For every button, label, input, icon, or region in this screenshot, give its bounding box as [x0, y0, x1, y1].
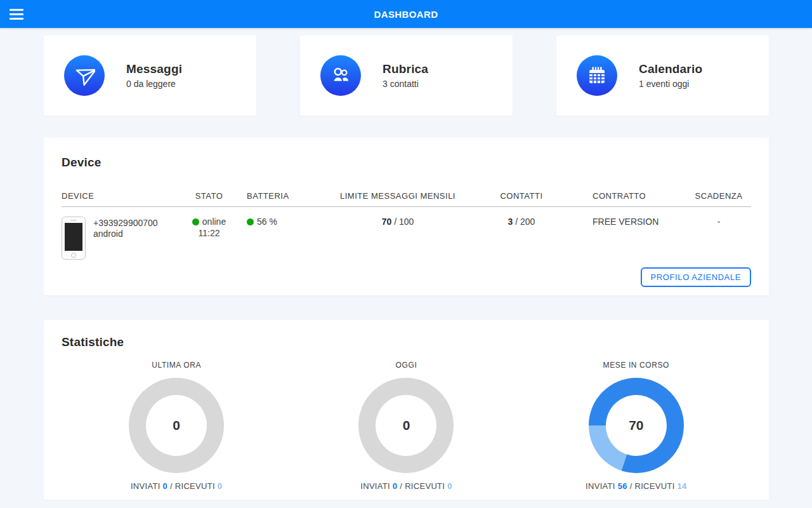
received-value: 0 [447, 481, 452, 491]
card-text: Rubrica 3 contatti [383, 62, 428, 89]
separator: / [400, 481, 402, 491]
card-subtitle: 1 eventi oggi [639, 79, 702, 89]
device-table-header: DEVICE STATO BATTERIA LIMITE MESSAGGI ME… [62, 191, 751, 207]
status-cell: online 11:22 [179, 217, 239, 238]
column-header-stato: STATO [179, 191, 239, 201]
device-panel-title: Device [62, 156, 751, 170]
card-title: Calendario [639, 62, 702, 76]
column-header-scadenza: SCADENZA [686, 191, 751, 201]
sent-value: 56 [618, 481, 627, 491]
stat-column-mese-in-corso: MESE IN CORSO 70 INVIATI 56 / RICEVUTI 1… [521, 361, 751, 491]
contract-cell: FREE VERSION [585, 217, 686, 227]
column-header-contratto: CONTRATTO [585, 191, 686, 201]
paper-plane-icon [64, 55, 105, 96]
card-text: Calendario 1 eventi oggi [639, 62, 702, 89]
card-title: Messaggi [126, 62, 182, 76]
chart-title: ULTIMA ORA [152, 361, 201, 370]
messages-limit: / 100 [394, 217, 414, 227]
expiry-cell: - [686, 217, 751, 227]
column-header-limite: LIMITE MESSAGGI MENSILI [337, 191, 458, 201]
donut-total: 70 [629, 418, 643, 433]
battery-value: 56 % [257, 217, 277, 227]
device-phone-number: +393929900700 [93, 218, 158, 229]
contacts-limit: / 200 [515, 217, 535, 227]
sent-label: INVIATI [131, 481, 160, 491]
message-limit-cell: 70 / 100 [337, 217, 458, 227]
column-header-device: DEVICE [62, 191, 179, 201]
device-identity: +393929900700 android [93, 217, 158, 239]
page-title: DASHBOARD [374, 9, 438, 20]
sent-value: 0 [393, 481, 398, 491]
contacts-cell: 3 / 200 [458, 217, 585, 227]
donut-chart-oggi: 0 [358, 378, 454, 473]
sent-label: INVIATI [360, 481, 390, 491]
status-time: 11:22 [179, 228, 239, 238]
device-cell: +393929900700 android [62, 217, 179, 260]
card-title: Rubrica [383, 62, 428, 76]
battery-status-dot [247, 218, 254, 225]
top-app-bar: DASHBOARD [0, 0, 812, 28]
contacts-used: 3 [508, 217, 513, 227]
statistics-panel-title: Statistiche [62, 335, 751, 349]
card-rubrica[interactable]: Rubrica 3 contatti [300, 36, 513, 116]
chart-title: OGGI [396, 361, 417, 370]
donut-total: 0 [403, 418, 410, 433]
received-value: 0 [218, 481, 223, 491]
chart-legend: INVIATI 0 / RICEVUTI 0 [131, 481, 222, 491]
battery-cell: 56 % [239, 217, 337, 227]
online-status-dot [192, 218, 199, 225]
received-label: RICEVUTI [175, 481, 215, 491]
device-actions: PROFILO AZIENDALE [62, 267, 751, 287]
column-header-batteria: BATTERIA [239, 191, 337, 201]
card-messaggi[interactable]: Messaggi 0 da leggere [44, 36, 256, 116]
statistics-charts: ULTIMA ORA 0 INVIATI 0 / RICEVUTI 0 OGGI… [62, 361, 751, 491]
received-value: 14 [678, 481, 687, 491]
stat-column-oggi: OGGI 0 INVIATI 0 / RICEVUTI 0 [291, 361, 521, 491]
card-subtitle: 3 contatti [383, 79, 428, 89]
status-text: online [202, 217, 226, 227]
contacts-icon [320, 55, 361, 96]
chart-title: MESE IN CORSO [603, 361, 669, 370]
device-platform: android [93, 229, 158, 239]
device-table-row: +393929900700 android online 11:22 56 % … [62, 207, 751, 260]
column-header-contatti: CONTATTI [458, 191, 585, 201]
donut-total: 0 [173, 418, 180, 433]
chart-legend: INVIATI 0 / RICEVUTI 0 [360, 481, 452, 491]
separator: / [630, 481, 632, 491]
menu-icon[interactable] [6, 5, 27, 23]
separator: / [170, 481, 173, 491]
card-text: Messaggi 0 da leggere [126, 62, 182, 89]
card-calendario[interactable]: Calendario 1 eventi oggi [556, 36, 769, 116]
device-panel: Device DEVICE STATO BATTERIA LIMITE MESS… [44, 138, 769, 295]
stat-column-ultima-ora: ULTIMA ORA 0 INVIATI 0 / RICEVUTI 0 [62, 361, 291, 491]
chart-legend: INVIATI 56 / RICEVUTI 14 [586, 481, 686, 491]
sent-value: 0 [163, 481, 168, 491]
donut-chart-ultima-ora: 0 [129, 378, 224, 473]
statistics-panel: Statistiche ULTIMA ORA 0 INVIATI 0 / RIC… [44, 320, 769, 500]
company-profile-button[interactable]: PROFILO AZIENDALE [641, 267, 751, 287]
summary-cards: Messaggi 0 da leggere Rubrica 3 contatti [44, 36, 769, 116]
sent-label: INVIATI [586, 481, 615, 491]
card-subtitle: 0 da leggere [126, 79, 182, 89]
received-label: RICEVUTI [635, 481, 675, 491]
calendar-icon [577, 55, 617, 96]
phone-image [62, 217, 86, 260]
messages-used: 70 [382, 217, 392, 227]
received-label: RICEVUTI [405, 481, 445, 491]
donut-chart-mese-in-corso: 70 [589, 378, 684, 473]
